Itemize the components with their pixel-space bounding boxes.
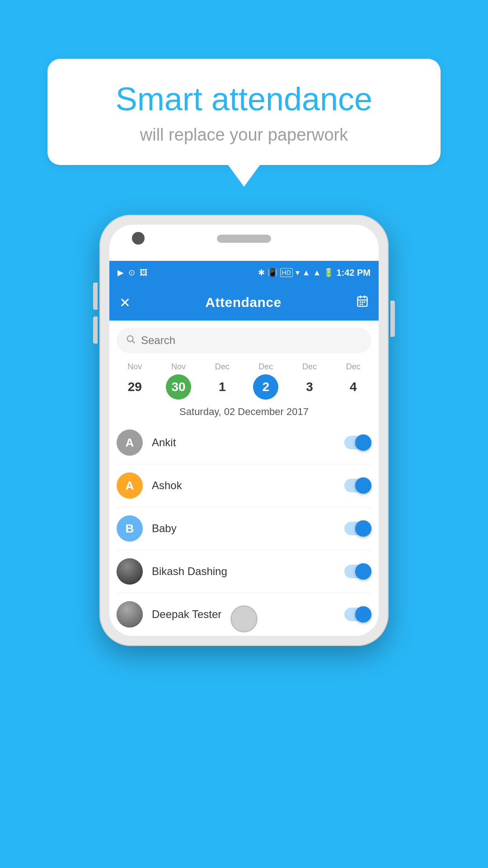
search-icon [126,334,136,347]
wifi-icon: ▾ [296,268,300,278]
date-number[interactable]: 30 [166,374,191,400]
selected-date-label: Saturday, 02 December 2017 [109,400,379,421]
toggle-thumb-bikash [355,563,371,580]
person-row-ankit: AAnkit [117,421,371,464]
date-cell-dec-2[interactable]: Dec2 [244,362,288,400]
toggle-track-baby [344,522,371,535]
person-row-ashok: AAshok [117,464,371,507]
date-month-label: Dec [215,362,230,372]
image-icon: 🖼 [140,268,148,278]
date-cell-dec-1[interactable]: Dec1 [200,362,244,400]
svg-point-9 [127,336,133,342]
toggle-thumb-deepak [355,606,371,623]
toggle-baby[interactable] [344,522,371,535]
person-name-bikash: Bikash Dashing [152,565,335,578]
date-month-label: Nov [171,362,186,372]
date-cell-nov-29[interactable]: Nov29 [113,362,157,400]
phone-volume-up [93,283,98,310]
status-time: 1:42 PM [336,268,371,278]
avatar-bikash [117,558,143,585]
toggle-track-bikash [344,565,371,578]
signal2-icon: ▲ [313,268,321,278]
date-number[interactable]: 2 [253,374,278,400]
date-cell-nov-30[interactable]: Nov30 [157,362,201,400]
date-cell-dec-4[interactable]: Dec4 [331,362,375,400]
svg-line-10 [132,341,135,343]
phone-outer: ▶ ⊙ 🖼 ✱ 📳 HD ▾ ▲ ▲ 🔋 1:42 PM [99,215,389,646]
phone-camera [132,232,145,245]
bubble-title: Smart attendance [79,81,409,117]
person-name-baby: Baby [152,522,335,535]
speech-bubble: Smart attendance will replace your paper… [47,59,441,165]
toggle-thumb-ashok [355,477,371,494]
vibrate-icon: 📳 [267,268,277,278]
calendar-icon-button[interactable] [356,295,369,311]
toggle-ankit[interactable] [344,436,371,449]
date-month-label: Dec [302,362,317,372]
phone-speaker [217,235,271,243]
date-number[interactable]: 29 [122,374,147,400]
search-bar[interactable] [117,328,371,353]
toggle-ashok[interactable] [344,479,371,492]
sync-icon: ⊙ [128,268,135,278]
people-list: AAnkit AAshok BBaby Bikash Dashing [109,421,379,636]
toggle-deepak[interactable] [344,608,371,621]
person-row-bikash: Bikash Dashing [117,550,371,593]
battery-icon: 🔋 [324,268,333,278]
signal-icon: ▲ [302,268,310,278]
toggle-track-ashok [344,479,371,492]
status-bar: ▶ ⊙ 🖼 ✱ 📳 HD ▾ ▲ ▲ 🔋 1:42 PM [109,261,379,284]
app-bar-title: Attendance [205,295,281,310]
phone-mockup: ▶ ⊙ 🖼 ✱ 📳 HD ▾ ▲ ▲ 🔋 1:42 PM [99,215,389,646]
toggle-thumb-baby [355,520,371,537]
search-input[interactable] [141,334,362,347]
date-month-label: Nov [127,362,142,372]
toggle-track-ankit [344,436,371,449]
person-name-ankit: Ankit [152,436,335,449]
toggle-bikash[interactable] [344,565,371,578]
toggle-track-deepak [344,608,371,621]
phone-volume-down [93,316,98,344]
app-bar: ✕ Attendance [109,284,379,321]
status-right-icons: ✱ 📳 HD ▾ ▲ ▲ 🔋 1:42 PM [258,268,371,278]
person-name-ashok: Ashok [152,479,335,492]
date-number[interactable]: 3 [297,374,322,400]
phone-home-button[interactable] [230,605,258,632]
bluetooth-icon: ✱ [258,268,265,278]
avatar-deepak [117,601,143,627]
hd-badge: HD [280,268,293,277]
play-icon: ▶ [117,268,124,278]
app-screen: ▶ ⊙ 🖼 ✱ 📳 HD ▾ ▲ ▲ 🔋 1:42 PM [109,261,379,636]
close-button[interactable]: ✕ [119,295,131,311]
person-row-baby: BBaby [117,507,371,550]
date-number[interactable]: 4 [341,374,366,400]
date-month-label: Dec [258,362,273,372]
status-left-icons: ▶ ⊙ 🖼 [117,268,148,278]
avatar-ashok: A [117,472,143,499]
date-cell-dec-3[interactable]: Dec3 [288,362,332,400]
date-picker: Nov29Nov30Dec1Dec2Dec3Dec4 [109,358,379,400]
avatar-ankit: A [117,429,143,456]
date-month-label: Dec [346,362,361,372]
toggle-thumb-ankit [355,434,371,451]
avatar-baby: B [117,515,143,542]
phone-screen: ▶ ⊙ 🖼 ✱ 📳 HD ▾ ▲ ▲ 🔋 1:42 PM [109,225,379,636]
phone-power-button [390,301,395,337]
bubble-subtitle: will replace your paperwork [79,125,409,145]
date-number[interactable]: 1 [210,374,235,400]
